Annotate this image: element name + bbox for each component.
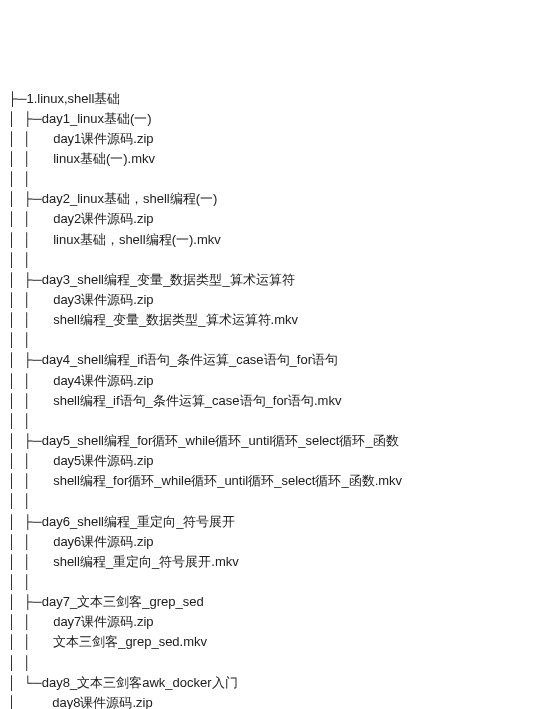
tree-line: ├─1.linux,shell基础 (8, 89, 546, 109)
tree-label: shell编程_变量_数据类型_算术运算符.mkv (53, 312, 298, 327)
directory-tree: ├─1.linux,shell基础│ ├─day1_linux基础(一)│ │ … (8, 89, 546, 709)
tree-prefix: │ │ (8, 574, 53, 589)
tree-label: linux基础(一).mkv (53, 151, 155, 166)
tree-prefix: │ │ (8, 493, 53, 508)
tree-prefix: │ │ (8, 373, 53, 388)
tree-prefix: │ ├─ (8, 191, 42, 206)
tree-prefix: │ │ (8, 131, 53, 146)
tree-prefix: │ │ (8, 393, 53, 408)
tree-prefix: │ │ (8, 232, 53, 247)
tree-label: day4_shell编程_if语句_条件运算_case语句_for语句 (42, 352, 338, 367)
tree-label: day5_shell编程_for循环_while循环_until循环_selec… (42, 433, 399, 448)
tree-prefix: │ │ (8, 554, 53, 569)
tree-prefix: │ ├─ (8, 352, 42, 367)
tree-line: │ ├─day1_linux基础(一) (8, 109, 546, 129)
tree-prefix: │ │ (8, 292, 53, 307)
tree-prefix: │ └─ (8, 675, 42, 690)
tree-line: │ │ (8, 572, 546, 592)
tree-line: │ │ day3课件源码.zip (8, 290, 546, 310)
tree-line: │ │ day4课件源码.zip (8, 371, 546, 391)
tree-line: │ │ shell编程_if语句_条件运算_case语句_for语句.mkv (8, 391, 546, 411)
tree-label: 文本三剑客_grep_sed.mkv (53, 634, 207, 649)
tree-prefix: │ │ (8, 453, 53, 468)
tree-line: │ │ day6课件源码.zip (8, 532, 546, 552)
tree-line: │ │ (8, 250, 546, 270)
tree-line: │ ├─day3_shell编程_变量_数据类型_算术运算符 (8, 270, 546, 290)
tree-label: day6_shell编程_重定向_符号展开 (42, 514, 236, 529)
tree-line: │ │ day5课件源码.zip (8, 451, 546, 471)
tree-label: day1课件源码.zip (53, 131, 153, 146)
tree-line: │ │ shell编程_变量_数据类型_算术运算符.mkv (8, 310, 546, 330)
tree-prefix: │ │ (8, 211, 53, 226)
tree-prefix: │ │ (8, 655, 53, 670)
tree-label: day4课件源码.zip (53, 373, 153, 388)
tree-line: │ ├─day7_文本三剑客_grep_sed (8, 592, 546, 612)
tree-line: │ ├─day5_shell编程_for循环_while循环_until循环_s… (8, 431, 546, 451)
tree-line: │ │ (8, 653, 546, 673)
tree-label: shell编程_重定向_符号展开.mkv (53, 554, 239, 569)
tree-prefix: │ │ (8, 413, 53, 428)
tree-label: day8_文本三剑客awk_docker入门 (42, 675, 238, 690)
tree-line: │ │ linux基础，shell编程(一).mkv (8, 230, 546, 250)
tree-prefix: │ │ (8, 151, 53, 166)
tree-line: │ │ (8, 491, 546, 511)
tree-label: day5课件源码.zip (53, 453, 153, 468)
tree-line: │ │ shell编程_重定向_符号展开.mkv (8, 552, 546, 572)
tree-line: │ ├─day4_shell编程_if语句_条件运算_case语句_for语句 (8, 350, 546, 370)
tree-label: shell编程_for循环_while循环_until循环_select循环_函… (53, 473, 402, 488)
tree-label: day8课件源码.zip (52, 695, 152, 709)
tree-line: │ │ day1课件源码.zip (8, 129, 546, 149)
tree-line: │ │ day2课件源码.zip (8, 209, 546, 229)
tree-prefix: │ (8, 695, 52, 709)
tree-prefix: │ ├─ (8, 272, 42, 287)
tree-prefix: │ │ (8, 252, 53, 267)
tree-line: │ │ linux基础(一).mkv (8, 149, 546, 169)
tree-prefix: │ │ (8, 634, 53, 649)
tree-line: │ ├─day2_linux基础，shell编程(一) (8, 189, 546, 209)
tree-prefix: │ ├─ (8, 433, 42, 448)
tree-label: day7_文本三剑客_grep_sed (42, 594, 204, 609)
tree-label: day7课件源码.zip (53, 614, 153, 629)
tree-label: shell编程_if语句_条件运算_case语句_for语句.mkv (53, 393, 341, 408)
tree-line: │ ├─day6_shell编程_重定向_符号展开 (8, 512, 546, 532)
tree-line: │ day8课件源码.zip (8, 693, 546, 709)
tree-line: │ │ day7课件源码.zip (8, 612, 546, 632)
tree-label: day6课件源码.zip (53, 534, 153, 549)
tree-prefix: │ │ (8, 332, 53, 347)
tree-line: │ └─day8_文本三剑客awk_docker入门 (8, 673, 546, 693)
tree-label: day3课件源码.zip (53, 292, 153, 307)
tree-prefix: │ ├─ (8, 594, 42, 609)
tree-line: │ │ (8, 330, 546, 350)
tree-line: │ │ (8, 411, 546, 431)
tree-prefix: │ │ (8, 614, 53, 629)
tree-prefix: │ ├─ (8, 111, 42, 126)
tree-prefix: │ │ (8, 473, 53, 488)
tree-label: day1_linux基础(一) (42, 111, 152, 126)
tree-prefix: │ │ (8, 171, 53, 186)
tree-label: day3_shell编程_变量_数据类型_算术运算符 (42, 272, 295, 287)
tree-prefix: │ │ (8, 312, 53, 327)
tree-line: │ │ shell编程_for循环_while循环_until循环_select… (8, 471, 546, 491)
tree-line: │ │ 文本三剑客_grep_sed.mkv (8, 632, 546, 652)
tree-prefix: ├─ (8, 91, 26, 106)
tree-label: 1.linux,shell基础 (26, 91, 120, 106)
tree-line: │ │ (8, 169, 546, 189)
tree-label: day2课件源码.zip (53, 211, 153, 226)
tree-prefix: │ ├─ (8, 514, 42, 529)
tree-label: linux基础，shell编程(一).mkv (53, 232, 221, 247)
tree-label: day2_linux基础，shell编程(一) (42, 191, 218, 206)
tree-prefix: │ │ (8, 534, 53, 549)
